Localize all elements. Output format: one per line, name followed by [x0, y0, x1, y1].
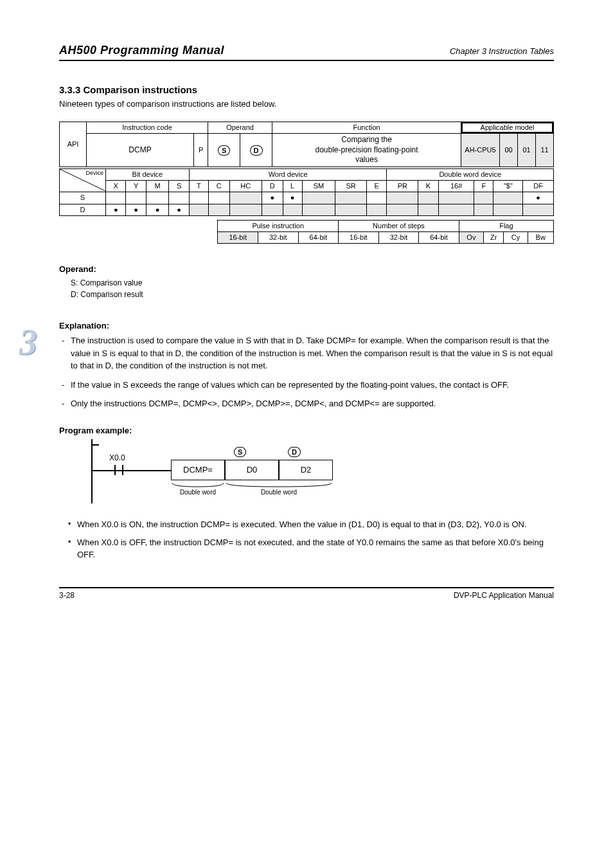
function-text: Comparing the double-precision floating-…: [272, 134, 461, 167]
operand-line-d: D: Comparison result: [71, 289, 554, 300]
explanation-list: The instruction is used to compare the v…: [59, 334, 554, 410]
flag-label: Flag: [459, 220, 553, 231]
model-2: 01: [518, 134, 536, 167]
mnemonic: DCMP: [87, 134, 194, 167]
footer-left: 3-28: [59, 591, 75, 600]
section-subtitle: Nineteen types of comparison instruction…: [59, 99, 554, 109]
operand-label: Operand: [208, 122, 272, 134]
box-inst: DCMP=: [171, 460, 225, 480]
model-1: 00: [500, 134, 518, 167]
operand-line-s: S: Comparison value: [71, 277, 554, 289]
instruction-code-label: Instruction code: [87, 122, 208, 134]
bit-device-label: Bit device: [106, 168, 190, 180]
dword-device-label: Double word device: [387, 168, 554, 180]
ladder-diagram: X0.0 S D DCMP= D0 D2 Double word Double …: [91, 439, 361, 510]
applicable-model-label: Applicable model: [461, 122, 554, 134]
diag-cell: Device: [60, 168, 106, 192]
api-table: API Instruction code Operand Function Ap…: [59, 122, 554, 167]
instruction-box: DCMP= D0 D2: [171, 460, 333, 480]
pulse-step-flag-table: Pulse instruction Number of steps Flag 1…: [217, 220, 554, 244]
row-d: D ● ● ● ●: [60, 204, 554, 215]
brace-2: Double word: [225, 482, 333, 496]
explanation-item-2: Only the instructions DCMP=, DCMP<>, DCM…: [71, 397, 554, 410]
footer-right: DVP-PLC Application Manual: [454, 591, 554, 600]
header-rule: [59, 60, 554, 61]
program-example-title: Program example:: [59, 426, 554, 435]
contact-label: X0.0: [109, 453, 125, 462]
section-title: 3.3.3 Comparison instructions: [59, 84, 554, 95]
function-label: Function: [272, 122, 461, 134]
box-s: D0: [225, 460, 279, 480]
footer-rule: [59, 587, 554, 588]
operand-section-title: Operand:: [59, 263, 554, 276]
word-device-label: Word device: [189, 168, 387, 180]
program-desc-1: When X0.0 is OFF, the instruction DCMP= …: [77, 537, 554, 561]
operand-d: D: [240, 134, 272, 167]
model-0: AH-CPU5: [461, 134, 500, 167]
d-oval: D: [288, 447, 301, 457]
device-header-row: X Y M S T C HC D L SM SR E PR K 16# F "$…: [60, 181, 554, 192]
explanation-item-1: If the value in S exceeds the range of v…: [71, 379, 554, 392]
box-d: D2: [279, 460, 333, 480]
operand-s: S: [208, 134, 240, 167]
program-desc-list: When X0.0 is ON, the instruction DCMP= i…: [59, 519, 554, 562]
row-s: S ● ● ●: [60, 192, 554, 204]
s-oval: S: [234, 447, 246, 457]
pulse-label: Pulse instruction: [218, 220, 339, 231]
steps-label: Number of steps: [339, 220, 459, 231]
api-label: API: [60, 122, 87, 167]
contact-icon: [112, 464, 126, 476]
model-3: 11: [536, 134, 554, 167]
explanation-item-0: The instruction is used to compare the v…: [71, 334, 554, 372]
pulse-p: P: [194, 134, 208, 167]
brace-1: Double word: [171, 482, 225, 496]
explanation-title: Explanation:: [59, 320, 554, 332]
page-header-right: Chapter 3 Instruction Tables: [450, 46, 554, 56]
chapter-number-decor: 3: [19, 321, 37, 363]
page-header-left: AH500 Programming Manual: [59, 44, 224, 57]
operand-matrix: Device Bit device Word device Double wor…: [59, 168, 554, 216]
program-desc-0: When X0.0 is ON, the instruction DCMP= i…: [77, 519, 554, 531]
